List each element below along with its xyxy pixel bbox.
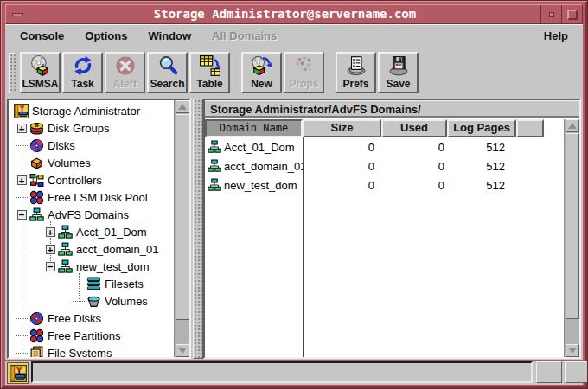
toolbar-button-search[interactable]: Search	[147, 52, 188, 93]
tree-item-disk-groups[interactable]: +Disk Groups	[9, 119, 174, 137]
tree-item-label: Free Disks	[48, 312, 101, 325]
statusbar-panel	[565, 361, 588, 383]
tree-item-new-test-dom[interactable]: −new_test_dom	[9, 258, 174, 275]
collapse-minus-icon[interactable]: −	[46, 262, 55, 271]
toolbar-button-new[interactable]: New	[241, 52, 282, 93]
lsmsa-icon	[29, 54, 52, 78]
tree-item-label: Free Partitions	[48, 329, 121, 342]
toolbar-button-save[interactable]: Save	[378, 52, 419, 93]
tree-item-label: Free LSM Disk Pool	[48, 191, 148, 204]
tree-connector-stub	[16, 197, 28, 198]
menu-help[interactable]: Help	[536, 26, 576, 46]
volumes-icon	[29, 156, 44, 170]
tree-expander-slot[interactable]: +	[16, 119, 28, 137]
window-menu-button[interactable]	[6, 5, 29, 23]
toolbar-button-prefs[interactable]: Prefs	[336, 52, 376, 93]
tree-expander-slot[interactable]: +	[44, 223, 56, 240]
tree-item-file-systems[interactable]: File Systems	[9, 344, 174, 357]
tree-item-filesets[interactable]: Filesets	[9, 275, 174, 292]
menu-window[interactable]: Window	[140, 26, 199, 46]
scroll-down-button[interactable]	[566, 344, 579, 357]
free-partitions-icon	[29, 328, 44, 343]
toolbar-button-label: New	[251, 79, 272, 90]
controllers-icon	[29, 173, 44, 188]
tree-item-acct-domain-01[interactable]: +acct_domain_01	[9, 240, 174, 258]
menu-options[interactable]: Options	[77, 26, 135, 46]
table-row-new-test-dom[interactable]: new_test_dom00512	[205, 175, 564, 194]
expand-plus-icon[interactable]: +	[46, 245, 55, 254]
scroll-up-button[interactable]	[566, 119, 579, 132]
toolbar-button-label: LSMSA	[22, 79, 59, 90]
scrollbar-thumb[interactable]	[566, 133, 579, 319]
tree-scrollbar[interactable]	[174, 100, 189, 357]
tree-item-label: Filesets	[105, 277, 144, 290]
toolbar-button-props: Props	[284, 52, 324, 93]
maximize-button[interactable]	[561, 5, 582, 23]
minimize-icon	[549, 12, 554, 17]
new-icon	[251, 54, 273, 78]
scroll-up-button[interactable]	[176, 100, 189, 113]
tree-item-disks[interactable]: Disks	[9, 137, 174, 154]
tree-expander-slot	[16, 309, 28, 327]
toolbar-button-label: Alert	[113, 79, 137, 90]
tree-item-storage-administrator[interactable]: Storage Administrator	[9, 102, 174, 119]
tree-expander-slot[interactable]: −	[44, 258, 56, 275]
table-scrollbar[interactable]	[564, 119, 579, 357]
status-message-field	[31, 361, 533, 383]
expand-plus-icon[interactable]: +	[46, 227, 55, 237]
table-row-acct-01-dom[interactable]: Acct_01_Dom00512	[205, 137, 564, 156]
status-app-icon	[7, 362, 29, 384]
toolbar-button-lsmsa[interactable]: LSMSA	[20, 52, 61, 93]
collapse-minus-icon[interactable]: −	[17, 210, 27, 220]
expand-plus-icon[interactable]: +	[17, 175, 27, 185]
minimize-button[interactable]	[540, 5, 561, 23]
tree-expander-slot[interactable]: +	[44, 240, 56, 258]
main-area: Storage Administrator+Disk GroupsDisksVo…	[5, 98, 583, 360]
table-row-acct-domain-01[interactable]: acct_domain_0100512	[205, 156, 564, 175]
panel-splitter[interactable]	[193, 99, 203, 359]
toolbar-button-label: Save	[386, 79, 410, 90]
window-menu-icon	[12, 13, 23, 16]
menu-all-domains: All Domains	[204, 26, 284, 46]
tree-item-free-lsm-disk-pool[interactable]: Free LSM Disk Pool	[9, 188, 174, 206]
search-icon	[157, 54, 179, 78]
volume-item-icon	[86, 294, 101, 309]
tree-expander-slot[interactable]: −	[16, 206, 28, 223]
table-icon	[199, 54, 221, 78]
scroll-up-icon	[178, 104, 187, 110]
tree-item-advfs-domains[interactable]: −AdvFS Domains	[9, 206, 174, 223]
cell-size: 0	[303, 160, 380, 173]
toolbar: LSMSATaskAlertSearchTableNewPropsPrefsSa…	[5, 47, 583, 98]
cell-used: 0	[380, 179, 450, 192]
tree-item-free-partitions[interactable]: Free Partitions	[9, 327, 174, 344]
column-header-domain-name[interactable]: Domain Name	[205, 119, 303, 137]
tree-item-label: Acct_01_Dom	[76, 226, 147, 239]
menu-console[interactable]: Console	[12, 26, 72, 46]
cell-domain-name: new_test_dom	[205, 178, 303, 192]
column-header-log-pages[interactable]: Log Pages	[447, 119, 516, 137]
toolbar-button-table[interactable]: Table	[189, 52, 230, 93]
scrollbar-thumb[interactable]	[176, 114, 189, 320]
tree-item-controllers[interactable]: +Controllers	[9, 171, 174, 188]
tree-connector-stub	[16, 145, 28, 146]
column-header-size[interactable]: Size	[303, 119, 381, 137]
column-header-used[interactable]: Used	[381, 119, 447, 137]
toolbar-button-label: Prefs	[342, 79, 368, 90]
tree-expander-slot	[16, 188, 28, 206]
cell-size: 0	[303, 179, 380, 192]
scroll-down-button[interactable]	[176, 344, 189, 357]
tree-item-label: File Systems	[48, 347, 112, 358]
expand-plus-icon[interactable]: +	[17, 124, 27, 133]
tree-item-acct-01-dom[interactable]: +Acct_01_Dom	[9, 223, 174, 240]
tree-expander-slot[interactable]: +	[16, 171, 28, 188]
tree-item-volumes[interactable]: Volumes	[9, 154, 174, 171]
table-header-row: Domain NameSizeUsedLog Pages	[205, 119, 564, 137]
toolbar-button-task[interactable]: Task	[62, 52, 103, 93]
tree-item-free-disks[interactable]: Free Disks	[9, 309, 174, 327]
tree-item-label: Controllers	[48, 174, 102, 187]
cell-domain-name: acct_domain_01	[205, 159, 303, 173]
toolbar-drag-handle[interactable]	[9, 53, 16, 92]
tree-item-volumes[interactable]: Volumes	[9, 292, 174, 309]
titlebar[interactable]: Storage Administrator@servername.com	[5, 4, 583, 24]
content-path-header: Storage Administrator/AdvFS Domains/	[205, 100, 579, 118]
